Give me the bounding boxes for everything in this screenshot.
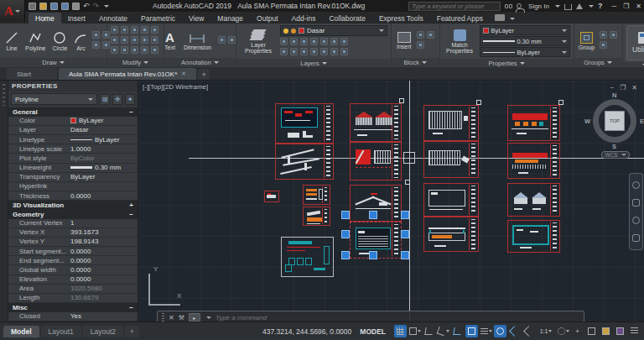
search-icon[interactable] <box>505 4 512 8</box>
explode-tool-icon[interactable] <box>141 36 148 44</box>
section-geometry[interactable]: Geometry− <box>8 210 138 219</box>
grip[interactable] <box>369 251 377 259</box>
create-block-icon[interactable] <box>417 31 424 39</box>
object-type-select[interactable]: Polyline <box>11 93 97 105</box>
edit-block-icon[interactable] <box>427 31 434 39</box>
prop-row-end-width[interactable]: End segment...0.0000 <box>8 256 138 265</box>
save-icon[interactable] <box>50 3 58 10</box>
quick-properties-icon[interactable] <box>585 325 598 337</box>
elevation-sheet[interactable] <box>350 103 402 142</box>
elevation-sheet[interactable] <box>507 143 560 179</box>
pan-icon[interactable] <box>632 199 640 207</box>
roof-plan-sheet[interactable] <box>423 105 479 141</box>
undo-icon[interactable]: ↶ <box>83 3 90 10</box>
drawing-sheet[interactable] <box>264 191 279 202</box>
prop-row-vertex-y[interactable]: Vertex Y198.9143 <box>8 238 138 247</box>
elevation-sheet[interactable] <box>423 217 479 252</box>
tab-collaborate[interactable]: Collaborate <box>322 13 371 24</box>
grip[interactable] <box>401 211 409 219</box>
zoom-icon[interactable] <box>632 217 640 224</box>
minimize-button[interactable]: ─ <box>611 3 616 10</box>
recent-commands-icon[interactable]: ▸ <box>189 313 200 322</box>
viewcube-east[interactable]: E <box>640 118 644 125</box>
file-tab-close-icon[interactable]: ✕ <box>181 71 186 77</box>
tab-parametric[interactable]: Parametric <box>134 13 182 24</box>
grip[interactable] <box>401 230 409 238</box>
polyline-tool[interactable]: Polyline <box>23 25 48 56</box>
share-icon[interactable] <box>576 3 583 9</box>
fillet-tool-icon[interactable] <box>141 26 148 34</box>
isodraft-icon[interactable] <box>451 325 464 337</box>
close-button[interactable]: ✕ <box>636 3 641 10</box>
prop-row-closed[interactable]: ClosedYes <box>8 312 138 322</box>
text-tool[interactable]: A Text <box>163 25 177 56</box>
steering-wheel-icon[interactable] <box>632 181 640 189</box>
viewcube-south[interactable]: S <box>612 143 616 150</box>
palette-grab-bar[interactable] <box>0 81 8 322</box>
prop-row-area[interactable]: Area1020.5980 <box>8 285 138 294</box>
circle-tool[interactable]: Circle <box>51 25 70 56</box>
object-color-dropdown[interactable]: ByLayer <box>480 25 570 35</box>
tab-layout1[interactable]: Layout1 <box>41 326 81 337</box>
layer-merge-icon[interactable] <box>300 48 308 55</box>
grip[interactable] <box>341 251 350 259</box>
prop-row-hyperlink[interactable]: Hyperlink <box>8 182 138 191</box>
table-tool-icon[interactable] <box>228 36 236 44</box>
prop-row-start-width[interactable]: Start segment...0.0000 <box>8 247 138 256</box>
tab-layout2[interactable]: Layout2 <box>83 326 123 337</box>
snap-toggle-icon[interactable] <box>408 325 421 337</box>
tab-addins[interactable]: Add-ins <box>285 13 323 24</box>
rectangle-tool-icon[interactable] <box>92 31 100 39</box>
prop-row-vertex-x[interactable]: Vertex X393.1673 <box>8 228 138 238</box>
layer-walk-icon[interactable] <box>340 38 348 45</box>
panel-label-draw[interactable]: Draw <box>0 58 106 67</box>
drawing-sheet[interactable] <box>275 103 334 144</box>
prop-row-linetype[interactable]: LinetypeByLayer <box>8 135 138 144</box>
command-close-icon[interactable]: ✕ <box>169 314 174 322</box>
layer-thaw-icon[interactable] <box>340 48 348 55</box>
layer-unisolate-icon[interactable] <box>290 38 298 45</box>
viewport-close-icon[interactable]: ✕ <box>631 84 637 92</box>
line-tool[interactable]: Line <box>3 25 20 56</box>
group-select-icon[interactable] <box>600 41 607 49</box>
prop-row-lineweight[interactable]: Lineweight0.30 mm <box>8 164 138 173</box>
grip[interactable] <box>369 211 377 219</box>
search-input[interactable] <box>412 3 497 10</box>
layer-lock-icon[interactable] <box>310 38 318 45</box>
clean-screen-icon[interactable] <box>628 325 641 337</box>
block-attributes-icon[interactable] <box>417 41 424 49</box>
annotation-visibility-icon[interactable] <box>508 325 521 337</box>
redo-icon[interactable]: ↷ <box>93 3 100 10</box>
plan-sheet[interactable] <box>507 220 560 253</box>
panel-label-block[interactable]: Block <box>392 58 439 67</box>
array-tool-icon[interactable] <box>121 46 128 54</box>
chamfer-tool-icon[interactable] <box>131 36 138 44</box>
prop-row-global-width[interactable]: Global width0.0000 <box>8 265 138 275</box>
prop-row-linetype-scale[interactable]: Linetype scale1.0000 <box>8 144 138 154</box>
viewcube-west[interactable]: W <box>584 118 590 125</box>
model-space-button[interactable]: MODEL <box>355 327 391 336</box>
tab-featured-apps[interactable]: Featured Apps <box>430 13 490 24</box>
stretch-tool-icon[interactable] <box>151 36 158 44</box>
section-3d-visualization[interactable]: 3D Visualization+ <box>8 201 138 210</box>
sign-in-dropdown-icon[interactable] <box>555 5 560 8</box>
offset-tool-icon[interactable] <box>131 46 138 54</box>
save-as-icon[interactable] <box>61 3 69 10</box>
layer-freeze-tool-icon[interactable] <box>300 38 308 45</box>
section-sheet[interactable] <box>350 142 402 180</box>
layer-properties-button[interactable]: Layer Properties <box>240 25 277 57</box>
sign-in-button[interactable]: Sign In <box>528 3 549 10</box>
layer-off-icon[interactable] <box>320 38 328 45</box>
drawing-sheet[interactable] <box>303 207 330 226</box>
share-dropdown-icon[interactable] <box>589 5 594 8</box>
grid-toggle-icon[interactable] <box>394 325 407 337</box>
prop-row-plot-style[interactable]: Plot styleByColor <box>8 154 138 163</box>
app-menu-button[interactable]: A <box>0 0 25 22</box>
tab-manage[interactable]: Manage <box>210 13 250 24</box>
command-customize-icon[interactable]: ⚒ <box>179 314 184 322</box>
match-properties-button[interactable]: Match Properties <box>444 25 476 57</box>
viewcube-north[interactable]: N <box>612 92 616 99</box>
utilities-button[interactable]: Utilities <box>626 25 644 60</box>
panel-label-layers[interactable]: Layers <box>236 59 391 67</box>
panel-label-utilities[interactable] <box>623 62 644 67</box>
